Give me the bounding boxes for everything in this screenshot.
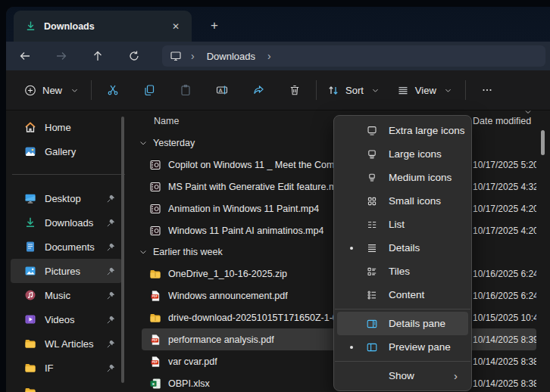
sort-direction-indicator xyxy=(523,107,533,119)
share-icon xyxy=(252,84,264,96)
desktop-icon xyxy=(24,192,36,204)
sidebar-item-wl-articles[interactable]: WL Articles xyxy=(11,331,122,356)
menu-item-details[interactable]: Details xyxy=(337,236,468,260)
video-icon xyxy=(149,181,161,193)
copy-icon xyxy=(143,84,155,96)
file-name: OneDrive_1_10-16-2025.zip xyxy=(168,269,287,279)
sidebar-scrollbar[interactable] xyxy=(121,117,124,383)
menu-item-label: Tiles xyxy=(389,266,410,277)
back-button[interactable] xyxy=(14,45,36,67)
menu-item-small-icons[interactable]: Small icons xyxy=(337,189,468,213)
menu-divider xyxy=(334,359,471,364)
menu-item-label: Details xyxy=(389,242,420,254)
cut-button[interactable] xyxy=(95,76,131,104)
file-name: Animation in Windows 11 Paint.mp4 xyxy=(168,204,319,214)
view-button-label: View xyxy=(415,85,436,96)
menu-item-list[interactable]: List xyxy=(337,213,468,236)
sidebar-item-videos[interactable]: Videos xyxy=(11,307,122,331)
file-name: MS Paint with Generative Edit feature.mp… xyxy=(168,182,347,192)
column-header-name[interactable]: Name xyxy=(154,116,179,126)
pin-icon xyxy=(105,362,117,374)
file-date-modified: 10/17/2025 4:32 xyxy=(473,182,536,192)
breadcrumb-segment[interactable]: Downloads xyxy=(204,51,258,62)
details-view-icon xyxy=(366,242,378,254)
tiles-view-icon xyxy=(366,266,378,278)
menu-item-label: Details pane xyxy=(389,318,445,329)
sidebar-item-label: Videos xyxy=(45,314,105,325)
menu-item-medium-icons[interactable]: Medium icons xyxy=(337,166,468,189)
breadcrumb[interactable]: › Downloads › xyxy=(162,45,545,67)
folder-icon xyxy=(24,338,36,350)
share-button[interactable] xyxy=(240,76,277,104)
sidebar-item-documents[interactable]: Documents xyxy=(11,235,122,259)
tab-downloads[interactable]: Downloads ✕ xyxy=(14,11,192,42)
videos-icon xyxy=(24,313,36,325)
file-name: Copilot on Windows 11 _ Meet the Compu xyxy=(168,160,345,170)
file-date-modified: 10/14/2025 8:39 xyxy=(473,334,536,345)
delete-button[interactable] xyxy=(277,76,313,104)
video-icon xyxy=(149,203,161,215)
group-label: Earlier this week xyxy=(153,247,223,257)
folder-icon xyxy=(24,386,36,392)
menu-item-label: Show xyxy=(389,370,414,381)
paste-button[interactable] xyxy=(167,76,204,104)
pin-icon xyxy=(105,216,117,229)
menu-divider xyxy=(334,306,471,312)
sidebar-item-downloads[interactable]: Downloads xyxy=(11,210,122,235)
toolbar-divider xyxy=(91,80,92,100)
file-date-modified: 10/16/2025 6:24 xyxy=(473,291,536,301)
sort-button[interactable]: Sort xyxy=(320,76,389,104)
sidebar-item-home[interactable]: Home xyxy=(11,115,122,139)
view-button[interactable]: View xyxy=(389,76,462,104)
menu-item-show[interactable]: Show› xyxy=(337,364,468,387)
pin-icon xyxy=(105,313,117,325)
music-icon xyxy=(24,289,36,301)
forward-button[interactable] xyxy=(50,45,73,67)
up-button[interactable] xyxy=(86,45,109,67)
menu-item-label: Medium icons xyxy=(389,172,452,183)
paste-icon xyxy=(180,84,192,96)
breadcrumb-chevron-icon: › xyxy=(182,50,204,62)
file-date-modified: 10/14/2025 8:38 xyxy=(473,378,536,389)
pin-icon xyxy=(105,265,117,277)
column-header-date-modified[interactable]: Date modified xyxy=(473,116,531,126)
menu-item-content[interactable]: Content xyxy=(337,283,468,306)
sidebar-item-item[interactable] xyxy=(11,380,122,392)
menu-item-label: Small icons xyxy=(389,195,441,207)
menu-item-details-pane[interactable]: Details pane xyxy=(337,312,468,335)
pin-icon xyxy=(105,338,117,350)
sidebar-item-desktop[interactable]: Desktop xyxy=(11,186,122,210)
sidebar-item-if[interactable]: IF xyxy=(11,356,122,380)
video-icon xyxy=(149,225,161,237)
xl-icons-icon xyxy=(366,125,378,137)
menu-item-large-icons[interactable]: Large icons xyxy=(337,142,468,166)
menu-item-extra-large-icons[interactable]: Extra large icons xyxy=(337,119,468,142)
new-button[interactable]: New xyxy=(17,76,88,104)
pin-icon xyxy=(105,289,117,301)
menu-item-preview-pane[interactable]: Preview pane xyxy=(337,335,468,359)
sidebar-item-pictures[interactable]: Pictures xyxy=(11,259,122,283)
file-name: Windows 11 Paint AI animatinos.mp4 xyxy=(168,226,323,236)
see-more-button[interactable] xyxy=(469,76,505,104)
navigation-pane: HomeGalleryDesktopDownloadsDocumentsPict… xyxy=(6,110,133,392)
file-list-scrollbar[interactable] xyxy=(541,130,545,155)
chevron-down-icon xyxy=(139,247,148,257)
menu-item-tiles[interactable]: Tiles xyxy=(337,260,468,283)
refresh-button[interactable] xyxy=(123,45,145,67)
svg-text:PDF: PDF xyxy=(152,295,158,298)
pin-icon xyxy=(105,192,117,204)
copy-button[interactable] xyxy=(131,76,167,104)
file-date-modified: 10/16/2025 6:24 xyxy=(473,269,536,279)
sidebar-item-label: Downloads xyxy=(45,217,105,229)
tab-strip: Downloads ✕ + xyxy=(6,7,550,42)
sidebar-item-label: Gallery xyxy=(45,146,122,157)
sidebar-item-gallery[interactable]: Gallery xyxy=(11,139,122,163)
menu-item-label: Content xyxy=(389,289,424,300)
file-date-modified: 10/17/2025 4:20 xyxy=(473,226,536,236)
new-tab-button[interactable]: + xyxy=(205,16,224,36)
content-view-icon xyxy=(366,289,378,301)
sidebar-item-music[interactable]: Music xyxy=(11,283,122,307)
tab-close-icon[interactable]: ✕ xyxy=(167,18,184,35)
svg-text:PDF: PDF xyxy=(152,361,158,364)
rename-button[interactable]: A xyxy=(204,76,240,104)
